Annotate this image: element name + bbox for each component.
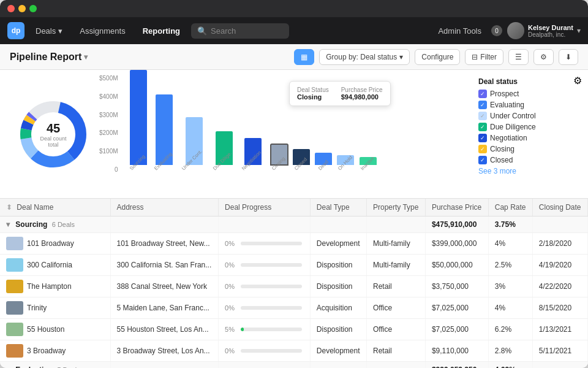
deal-name: 101 Broadway <box>27 239 74 248</box>
deals-table: ⬍ Deal Name Address Deal Progress Deal T… <box>0 199 588 368</box>
group-collapse-icon[interactable]: ▾ <box>6 220 10 229</box>
group-row[interactable]: ▾ Sourcing 6 Deals $475,910,000 3.75% <box>0 217 588 233</box>
legend-title: Deal status <box>478 77 581 86</box>
reporting-nav[interactable]: Reporting <box>137 24 186 38</box>
col-address[interactable]: Address <box>110 199 219 217</box>
configure-button[interactable]: Configure <box>415 49 460 65</box>
bar-under-control: Under Cont. <box>181 117 207 173</box>
user-profile[interactable]: Kelsey Durant Dealpath, inc. ▾ <box>507 22 581 39</box>
property-type: Retail <box>366 276 425 297</box>
closing-date: 5/11/2021 <box>532 340 587 362</box>
deals-table-container: ⬍ Deal Name Address Deal Progress Deal T… <box>0 199 588 368</box>
legend-item-closing[interactable]: ✓ Closing <box>478 145 581 153</box>
group-row[interactable]: ▾ Evaluating 5 Deals $329,052,250 4.63% <box>0 362 588 369</box>
progress-bar <box>241 263 302 267</box>
admin-tools-label: Admin Tools <box>433 24 486 38</box>
deal-count-label: Deal count total <box>35 135 72 147</box>
purchase-price: $7,025,000 <box>425 297 488 319</box>
list-view-button[interactable]: ☰ <box>508 49 529 65</box>
cap-rate: 2.8% <box>488 340 532 362</box>
property-type: Office <box>366 319 425 340</box>
chevron-down-icon: ▾ <box>399 53 403 61</box>
bar-chart-icon: ▦ <box>301 53 307 61</box>
legend-item-evaluating[interactable]: ✓ Evaluating <box>478 101 581 109</box>
deal-name: 3 Broadway <box>27 347 66 355</box>
legend-item-prospect[interactable]: ✓ Prospect <box>478 90 581 98</box>
purchase-price: $7,025,000 <box>425 319 488 340</box>
table-row[interactable]: 300 California 300 California St. San Fr… <box>0 255 588 276</box>
assignments-nav[interactable]: Assignments <box>74 24 131 38</box>
close-button[interactable] <box>7 5 15 12</box>
bar-closed: Closed <box>293 149 310 173</box>
cap-rate: 2.5% <box>488 255 532 276</box>
minimize-button[interactable] <box>18 5 26 12</box>
table-row[interactable]: 55 Houston 55 Houston Street, Los An... … <box>0 319 588 340</box>
progress-bar <box>241 285 302 288</box>
bar-due-diligence: Due Dilige. <box>212 131 236 173</box>
legend-item-due-diligence[interactable]: ✓ Due Diligence <box>478 123 581 131</box>
deal-thumbnail <box>6 258 23 272</box>
closing-date: 2/18/2020 <box>532 233 587 255</box>
legend-item-under-control[interactable]: ✓ Under Control <box>478 112 581 120</box>
bar-sourcing: Sourcing <box>129 70 148 173</box>
table-row[interactable]: 101 Broadway 101 Broadway Street, New...… <box>0 233 588 255</box>
bar-inactive: Inactive <box>360 157 377 173</box>
bar-dead: Dead <box>315 153 332 173</box>
page-title: Pipeline Report ▾ <box>10 52 88 63</box>
toolbar: Pipeline Report ▾ ▦ Group by: Deal statu… <box>0 44 588 70</box>
deal-thumbnail <box>6 301 23 315</box>
deals-menu[interactable]: Deals ▾ <box>29 24 69 38</box>
list-icon: ☰ <box>515 53 522 61</box>
deal-type: Disposition <box>310 319 366 340</box>
chart-view-button[interactable]: ▦ <box>294 49 314 65</box>
col-property-type[interactable]: Property Type <box>366 199 425 217</box>
download-icon: ⬇ <box>565 53 571 61</box>
deal-type: Development <box>310 340 366 362</box>
navbar: dp Deals ▾ Assignments Reporting 🔍 Searc… <box>0 17 588 44</box>
deal-count: 45 <box>35 121 72 135</box>
filter-icon: ⊟ <box>472 53 478 61</box>
col-cap-rate[interactable]: Cap Rate <box>488 199 532 217</box>
maximize-button[interactable] <box>29 5 37 12</box>
deal-name: 300 California <box>27 261 72 269</box>
filter-button[interactable]: ⊟ Filter <box>465 49 503 65</box>
notification-badge[interactable]: 0 <box>491 25 502 36</box>
deal-address: 300 California St. San Fran... <box>110 255 219 276</box>
group-by-button[interactable]: Group by: Deal status ▾ <box>319 49 410 65</box>
col-deal-name[interactable]: ⬍ Deal Name <box>0 199 110 217</box>
chart-legend: ⚙ Deal status ✓ Prospect ✓ Evaluating ✓ … <box>473 75 581 193</box>
search-icon: 🔍 <box>197 26 207 36</box>
deal-thumbnail <box>6 280 23 293</box>
col-deal-type[interactable]: Deal Type <box>310 199 366 217</box>
col-deal-progress[interactable]: Deal Progress <box>219 199 311 217</box>
title-caret: ▾ <box>84 53 88 61</box>
deal-address: 101 Broadway Street, New... <box>110 233 219 255</box>
deal-name: The Hampton <box>27 282 72 291</box>
deal-thumbnail <box>6 237 23 250</box>
col-closing-date[interactable]: Closing Date <box>532 199 587 217</box>
table-row[interactable]: 3 Broadway 3 Broadway Street, Los An... … <box>0 340 588 362</box>
search-box[interactable]: 🔍 Search <box>191 23 289 39</box>
deal-type: Acquisition <box>310 297 366 319</box>
group-collapse-icon[interactable]: ▾ <box>6 366 10 368</box>
legend-item-closed[interactable]: ✓ Closed <box>478 156 581 164</box>
bar-onhold: On Hold <box>337 155 355 173</box>
deal-thumbnail <box>6 344 23 358</box>
deal-thumbnail <box>6 323 23 336</box>
deal-address: 55 Houston Street, Los An... <box>110 319 219 340</box>
cap-rate: 4% <box>488 297 532 319</box>
purchase-price: $9,110,000 <box>425 340 488 362</box>
legend-item-negotiation[interactable]: ✓ Negotiation <box>478 134 581 142</box>
see-more-link[interactable]: See 3 more <box>478 167 581 175</box>
closing-date: 4/19/2020 <box>532 255 587 276</box>
download-button[interactable]: ⬇ <box>559 49 578 65</box>
closing-date: 1/13/2021 <box>532 319 587 340</box>
closing-date: 4/22/2020 <box>532 276 587 297</box>
settings-button[interactable]: ⚙ <box>533 49 554 65</box>
bar-closing: Closing <box>271 144 288 173</box>
closing-date: 8/15/2020 <box>532 297 587 319</box>
col-purchase-price[interactable]: Purchase Price <box>425 199 488 217</box>
settings-icon[interactable]: ⚙ <box>573 75 582 86</box>
table-row[interactable]: The Hampton 388 Canal Street, New York 0… <box>0 276 588 297</box>
table-row[interactable]: Trinity 5 Maiden Lane, San Franc... 0% A… <box>0 297 588 319</box>
